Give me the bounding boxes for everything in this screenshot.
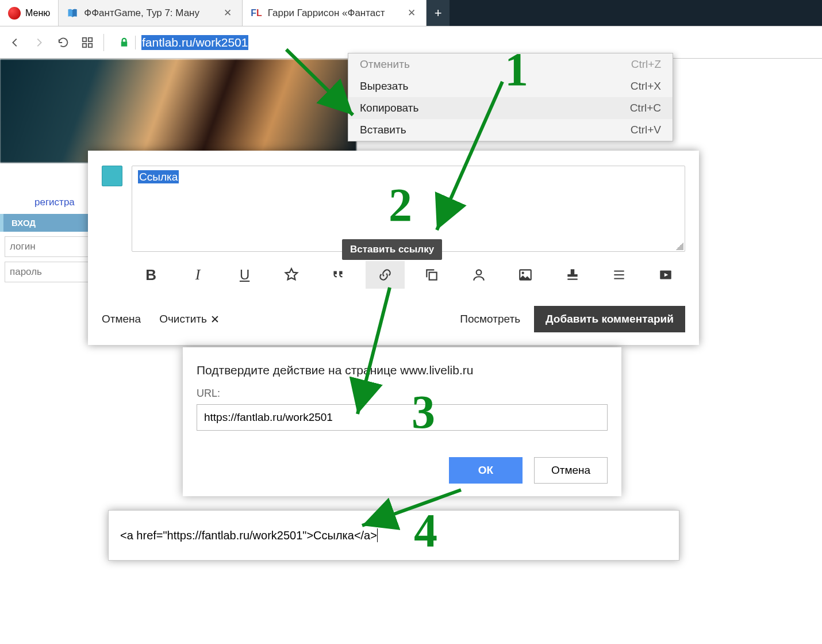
site-favicon: FL — [251, 8, 262, 18]
svg-rect-2 — [83, 43, 86, 47]
underline-button[interactable]: U — [225, 261, 264, 289]
user-avatar — [102, 166, 122, 186]
italic-button[interactable]: I — [178, 261, 217, 289]
page-background-image — [0, 59, 356, 163]
nav-back-button[interactable] — [7, 34, 23, 51]
opera-menu-button[interactable]: Меню — [0, 0, 59, 26]
tab-close-icon[interactable]: ✕ — [221, 7, 234, 20]
selected-text: Ссылка — [138, 170, 179, 183]
dialog-url-input[interactable] — [197, 404, 608, 431]
svg-rect-0 — [83, 37, 86, 41]
tab-title: ФФантGame, Тур 7: Ману — [84, 7, 199, 19]
link-tooltip: Вставить ссылку — [342, 239, 442, 260]
tab-strip-empty — [450, 0, 822, 26]
video-button[interactable] — [647, 261, 685, 289]
login-header: ВХОД — [0, 214, 92, 232]
close-icon: ✕ — [210, 313, 220, 326]
dialog-cancel-button[interactable]: Отмена — [534, 457, 608, 484]
opera-logo-icon — [8, 7, 21, 20]
user-button[interactable] — [459, 261, 498, 289]
dialog-ok-button[interactable]: ОК — [449, 457, 523, 484]
new-tab-button[interactable]: + — [427, 0, 450, 26]
nav-forward-button[interactable] — [31, 34, 47, 51]
text-caret — [377, 528, 378, 542]
speed-dial-button[interactable] — [79, 34, 95, 51]
annotation-1: 1 — [505, 43, 528, 97]
dialog-url-label: URL: — [197, 388, 608, 400]
svg-point-7 — [522, 272, 524, 274]
annotation-4: 4 — [414, 504, 437, 558]
menu-label: Меню — [25, 8, 50, 18]
svg-rect-1 — [89, 37, 92, 41]
star-button[interactable] — [272, 261, 310, 289]
format-toolbar: B I U — [132, 261, 685, 289]
result-html-text: <a href="https://fantlab.ru/work2501">Сс… — [120, 529, 377, 542]
stamp-button[interactable] — [553, 261, 591, 289]
cancel-button[interactable]: Отмена — [102, 313, 141, 325]
browser-tab-strip: Меню ФФантGame, Тур 7: Ману ✕ FL Гарри Г… — [0, 0, 822, 26]
book-icon — [67, 7, 78, 19]
svg-point-5 — [476, 270, 481, 275]
quote-button[interactable] — [319, 261, 358, 289]
tab-title: Гарри Гаррисон «Фантаст — [268, 7, 385, 19]
image-button[interactable] — [506, 261, 544, 289]
sidebar-login: регистра ВХОД — [0, 191, 92, 282]
password-input[interactable] — [5, 262, 90, 282]
dialog-title: Подтвердите действие на странице www.liv… — [197, 363, 608, 377]
link-button[interactable] — [366, 261, 404, 289]
copy-button[interactable] — [413, 261, 451, 289]
clear-button[interactable]: Очистить✕ — [159, 313, 220, 326]
url-text-selected: fantlab.ru/work2501 — [141, 35, 248, 50]
tab-close-icon[interactable]: ✕ — [405, 7, 418, 20]
annotation-2: 2 — [389, 178, 412, 232]
ctx-copy[interactable]: КопироватьCtrl+C — [348, 97, 673, 119]
login-input[interactable] — [5, 236, 90, 257]
svg-rect-3 — [89, 43, 92, 47]
bold-button[interactable]: B — [132, 261, 170, 289]
url-prompt-dialog: Подтвердите действие на странице www.liv… — [183, 347, 621, 496]
reload-button[interactable] — [55, 34, 71, 51]
browser-tab-2[interactable]: FL Гарри Гаррисон «Фантаст ✕ — [243, 0, 427, 26]
svg-rect-4 — [429, 273, 437, 280]
ctx-paste[interactable]: ВставитьCtrl+V — [348, 119, 673, 141]
register-link[interactable]: регистра — [0, 191, 92, 214]
result-html-box[interactable]: <a href="https://fantlab.ru/work2501">Сс… — [108, 510, 679, 561]
address-bar[interactable]: fantlab.ru/work2501 — [112, 32, 255, 53]
browser-tab-1[interactable]: ФФантGame, Тур 7: Ману ✕ — [59, 0, 243, 26]
lock-icon — [119, 37, 129, 48]
preview-button[interactable]: Посмотреть — [460, 313, 520, 325]
list-button[interactable] — [600, 261, 638, 289]
annotation-3: 3 — [412, 385, 435, 439]
resize-handle-icon[interactable] — [675, 242, 683, 250]
submit-comment-button[interactable]: Добавить комментарий — [534, 306, 685, 332]
